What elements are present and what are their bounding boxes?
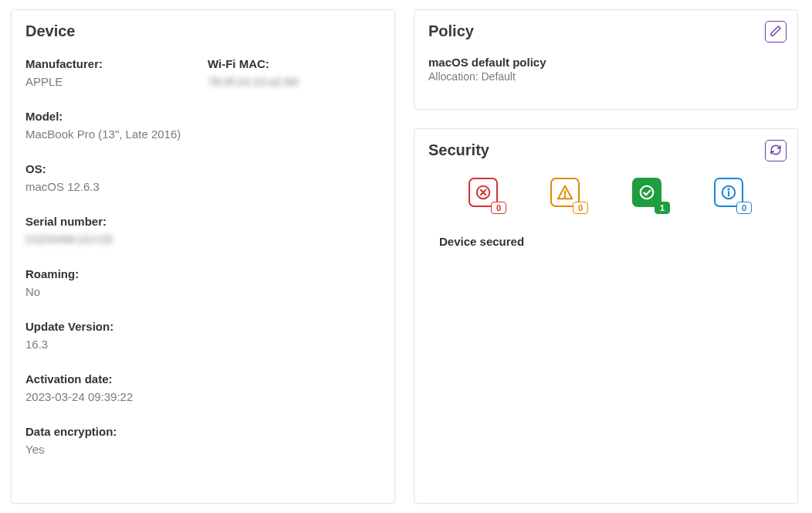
field-label: Activation date: bbox=[25, 372, 381, 386]
device-field-activation-date: Activation date: 2023-03-24 09:39:22 bbox=[25, 372, 381, 405]
field-value: MacBook Pro (13", Late 2016) bbox=[25, 126, 381, 142]
field-label: Update Version: bbox=[25, 320, 381, 333]
device-field-manufacturer: Manufacturer: APPLE bbox=[25, 57, 198, 90]
device-field-os: OS: macOS 12.6.3 bbox=[25, 162, 381, 195]
field-value: macOS 12.6.3 bbox=[25, 178, 381, 195]
device-card: Device Manufacturer: APPLE Wi-Fi MAC: 78… bbox=[11, 9, 395, 504]
field-label: Roaming: bbox=[25, 267, 381, 280]
field-label: Manufacturer: bbox=[25, 57, 198, 70]
field-value: APPLE bbox=[25, 73, 198, 90]
status-count-badge: 1 bbox=[655, 202, 670, 214]
refresh-security-button[interactable] bbox=[765, 140, 787, 161]
field-label: Serial number: bbox=[25, 215, 381, 228]
field-label: Model: bbox=[25, 110, 381, 123]
policy-name: macOS default policy bbox=[428, 56, 783, 69]
field-value-redacted: 78:0f:24:10:a2:8d bbox=[208, 73, 381, 90]
device-field-serial: Serial number: C02SH9K1GY25 bbox=[25, 215, 381, 247]
security-status-text: Device secured bbox=[428, 235, 783, 248]
security-card: Security bbox=[414, 128, 798, 504]
security-status-warning[interactable]: 0 bbox=[550, 178, 580, 207]
policy-allocation: Allocation: Default bbox=[428, 70, 783, 83]
field-value-redacted: C02SH9K1GY25 bbox=[25, 231, 381, 247]
device-field-model: Model: MacBook Pro (13", Late 2016) bbox=[25, 110, 381, 142]
status-count-badge: 0 bbox=[736, 202, 752, 214]
status-count-badge: 0 bbox=[491, 202, 506, 214]
device-field-data-encryption: Data encryption: Yes bbox=[25, 425, 381, 457]
svg-point-8 bbox=[728, 189, 729, 189]
policy-card: Policy macOS default policy Allocation: … bbox=[414, 9, 798, 110]
field-value: Yes bbox=[25, 441, 381, 457]
field-label: Wi-Fi MAC: bbox=[208, 57, 381, 70]
field-value: No bbox=[25, 284, 381, 300]
edit-policy-button[interactable] bbox=[765, 21, 787, 42]
device-card-title: Device bbox=[25, 22, 381, 40]
device-field-wifi-mac: Wi-Fi MAC: 78:0f:24:10:a2:8d bbox=[208, 57, 381, 90]
pencil-icon bbox=[770, 25, 782, 39]
field-value: 2023-03-24 09:39:22 bbox=[25, 389, 381, 405]
policy-card-title: Policy bbox=[428, 22, 783, 40]
device-field-update-version: Update Version: 16.3 bbox=[25, 320, 381, 352]
status-count-badge: 0 bbox=[573, 202, 588, 214]
field-label: OS: bbox=[25, 162, 381, 175]
refresh-icon bbox=[770, 144, 782, 158]
svg-point-4 bbox=[564, 196, 565, 197]
field-value: 16.3 bbox=[25, 336, 381, 352]
security-status-info[interactable]: 0 bbox=[714, 178, 743, 207]
security-status-error[interactable]: 0 bbox=[469, 178, 498, 207]
svg-point-5 bbox=[641, 186, 654, 199]
device-field-roaming: Roaming: No bbox=[25, 267, 381, 300]
security-status-ok[interactable]: 1 bbox=[632, 178, 661, 207]
security-status-row: 0 0 bbox=[428, 178, 783, 207]
security-card-title: Security bbox=[428, 141, 783, 159]
field-label: Data encryption: bbox=[25, 425, 381, 438]
